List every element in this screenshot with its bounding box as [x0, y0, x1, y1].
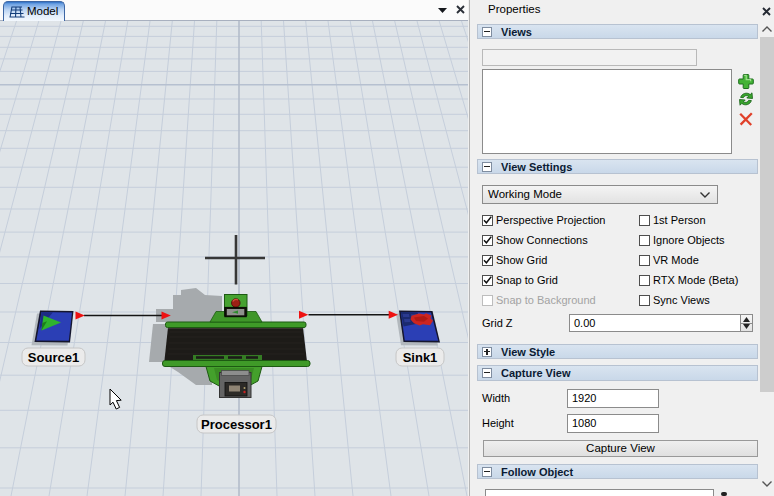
svg-text:Sink1: Sink1	[403, 350, 438, 365]
svg-text:Processor1: Processor1	[201, 417, 272, 432]
svg-text:Source1: Source1	[28, 350, 79, 365]
